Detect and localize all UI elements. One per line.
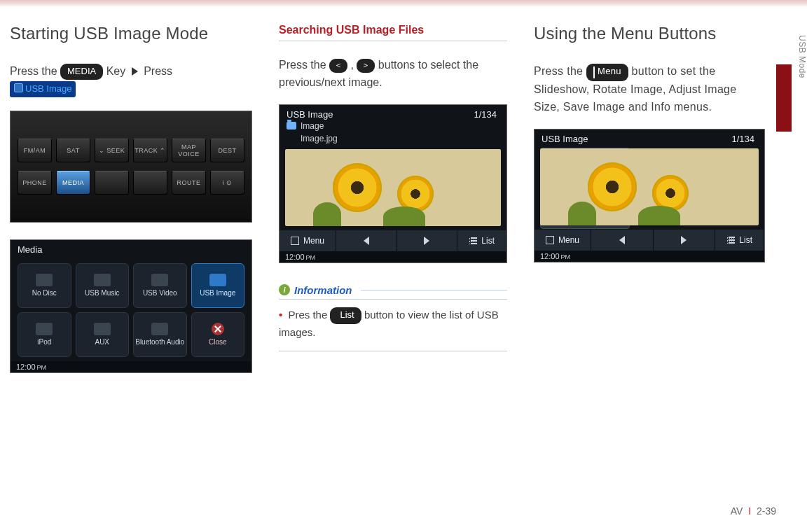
- ipod-icon: [36, 323, 53, 335]
- tile-label: iPod: [37, 338, 51, 346]
- leaf-graphic: [383, 206, 425, 226]
- page-top-accent: [0, 0, 807, 7]
- list-icon: [726, 237, 735, 244]
- viewer-title: USB Image: [534, 130, 764, 146]
- list-button-cap: List: [330, 307, 361, 325]
- tile-label: USB Image: [200, 289, 235, 297]
- tile-usb-image[interactable]: USB Image: [191, 263, 245, 308]
- chevron-right-icon: [424, 237, 429, 245]
- hw-btn-phone: PHONE: [18, 171, 52, 195]
- leaf-graphic: [638, 206, 680, 225]
- prev-image-button[interactable]: [336, 230, 397, 251]
- menu-button[interactable]: Menu: [280, 230, 336, 251]
- media-tile-grid: No Disc USB Music USB Video USB Image iP…: [11, 256, 251, 361]
- menu-icon: [546, 236, 554, 244]
- instruction-menu: Press the Menu button to set the Slidesh…: [534, 63, 765, 116]
- clock-time: 12:00: [16, 363, 36, 371]
- information-text: • Pres the List button to view the list …: [279, 307, 507, 352]
- tile-label: USB Video: [143, 289, 177, 297]
- hw-btn-dest: DEST: [210, 139, 244, 162]
- tile-no-disc[interactable]: No Disc: [18, 263, 71, 308]
- menu-button-cap: Menu: [586, 64, 628, 81]
- close-icon: [212, 323, 224, 335]
- information-label: Information: [294, 284, 352, 296]
- leaf-graphic: [568, 202, 596, 225]
- hw-btn-media: MEDIA: [56, 171, 90, 195]
- image-icon: [209, 274, 226, 286]
- hw-btn-blank1: [95, 171, 129, 195]
- viewer-breadcrumb: Image: [280, 121, 506, 134]
- information-heading: i Information: [279, 284, 507, 300]
- instruction-prev-next: Press the ＜ , ＞ buttons to select the pr…: [279, 57, 507, 92]
- tile-bluetooth-audio[interactable]: Bluetooth Audio: [133, 312, 187, 357]
- chapter-tab: [776, 64, 792, 132]
- viewer-toolbar: Menu List: [280, 230, 506, 251]
- menu-label: Menu: [303, 236, 324, 246]
- menu-label: Menu: [558, 235, 579, 245]
- hw-row-2: PHONE MEDIA ROUTE i ⊙: [18, 171, 244, 195]
- footer-section: AV: [731, 505, 743, 517]
- tile-label: No Disc: [32, 289, 57, 297]
- aux-icon: [94, 323, 111, 335]
- instruction-start-usb: Press the MEDIA Key Press USB Image: [10, 63, 252, 98]
- media-screen-title: Media: [11, 240, 251, 256]
- hw-btn-mapvoice: MAP VOICE: [172, 139, 206, 162]
- image-counter: 1/134: [474, 109, 497, 120]
- heading-using-menu-buttons: Using the Menu Buttons: [534, 24, 765, 43]
- side-label-usb-mode: USB Mode: [797, 35, 807, 78]
- tile-aux[interactable]: AUX: [76, 312, 130, 357]
- text-frag: Pres the: [288, 309, 330, 321]
- bluetooth-icon: [151, 323, 168, 335]
- tile-label: USB Music: [85, 289, 119, 297]
- next-button-cap: ＞: [357, 59, 375, 73]
- rule-line: [361, 290, 508, 290]
- next-image-button[interactable]: [654, 230, 716, 251]
- column-3: Using the Menu Buttons Press the Menu bu…: [534, 24, 765, 373]
- list-button[interactable]: List: [457, 230, 506, 251]
- list-icon: [469, 237, 477, 244]
- folder-name: Image: [301, 121, 324, 131]
- next-image-button[interactable]: [397, 230, 458, 251]
- hw-btn-track: TRACK ⌃: [133, 139, 167, 162]
- viewer-toolbar: Menu List: [534, 230, 764, 251]
- clock-suffix: PM: [306, 254, 316, 261]
- page-columns: Starting USB Image Mode Press the MEDIA …: [0, 7, 807, 373]
- image-counter: 1/134: [731, 134, 754, 144]
- column-2: Searching USB Image Files Press the ＜ , …: [279, 24, 507, 373]
- video-icon: [151, 274, 168, 286]
- menu-cap-label: Menu: [598, 66, 621, 76]
- sunflower-graphic: [588, 162, 637, 211]
- clock-bar: 12:00PM: [534, 251, 764, 262]
- list-label: List: [481, 236, 495, 246]
- menu-button[interactable]: Menu: [534, 230, 591, 251]
- clock-time: 12:00: [540, 252, 560, 260]
- tile-usb-video[interactable]: USB Video: [133, 263, 187, 308]
- tile-close[interactable]: Close: [191, 312, 245, 357]
- folder-icon: [287, 122, 296, 130]
- sunflower-graphic: [333, 163, 382, 212]
- hw-btn-sat: SAT: [56, 139, 90, 162]
- text-frag: Press: [144, 65, 172, 77]
- file-name: Image.jpg: [301, 134, 338, 144]
- hw-btn-info: i ⊙: [210, 171, 244, 195]
- hw-btn-fmam: FM/AM: [18, 139, 52, 162]
- viewer-title: USB Image: [280, 105, 506, 121]
- prev-image-button[interactable]: [591, 230, 654, 251]
- text-frag: Key: [106, 65, 129, 77]
- hw-btn-blank2: [133, 171, 167, 195]
- music-icon: [94, 274, 111, 286]
- bullet-dot: •: [279, 309, 282, 321]
- hw-btn-route: ROUTE: [172, 171, 206, 195]
- viewer-filename-row: Image.jpg: [280, 134, 506, 146]
- tile-ipod[interactable]: iPod: [18, 312, 71, 357]
- list-button[interactable]: List: [715, 230, 764, 251]
- footer-page-number: 2-39: [757, 505, 776, 517]
- tile-usb-music[interactable]: USB Music: [76, 263, 130, 308]
- info-badge-icon: i: [279, 284, 290, 295]
- chevron-right-icon: [681, 236, 687, 244]
- page-footer: AV I 2-39: [731, 505, 776, 517]
- list-label: List: [739, 235, 752, 245]
- column-1: Starting USB Image Mode Press the MEDIA …: [10, 24, 252, 373]
- tile-label: AUX: [95, 338, 109, 346]
- clock-time: 12:00: [285, 253, 305, 261]
